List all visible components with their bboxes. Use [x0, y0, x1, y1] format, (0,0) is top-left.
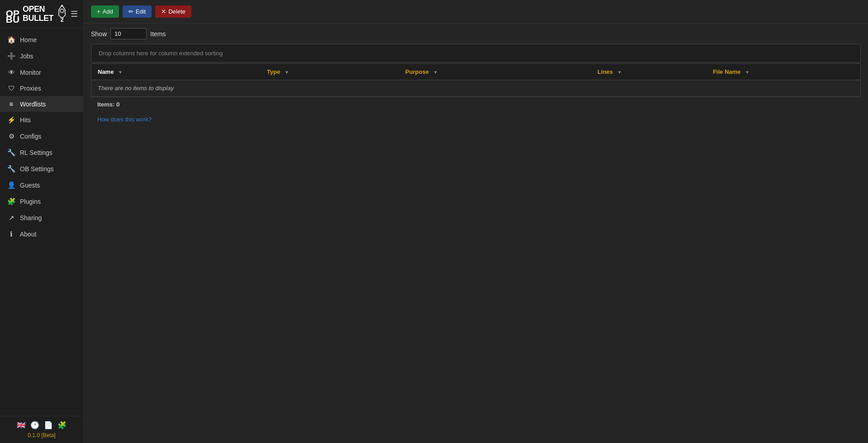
edit-label: Edit [136, 8, 146, 15]
svg-point-3 [60, 9, 64, 13]
svg-text:BULL: BULL [6, 14, 20, 23]
items-count-value: 0 [116, 101, 119, 108]
sidebar-label-ob-settings: OB Settings [20, 165, 54, 173]
wordlist-table-wrapper: Name ▼ Type ▼ Purpose ▼ Lines [91, 63, 861, 97]
items-count-label: Items: [97, 101, 114, 108]
show-row: Show Items [84, 24, 868, 44]
wordlist-table: Name ▼ Type ▼ Purpose ▼ Lines [91, 64, 860, 96]
sidebar-item-about[interactable]: ℹ About [0, 226, 83, 242]
hamburger-button[interactable]: ☰ [71, 9, 78, 19]
items-label: Items [150, 30, 166, 38]
col-name-filter-icon[interactable]: ▼ [118, 70, 123, 75]
show-items-input[interactable] [110, 28, 147, 39]
col-name-label: Name [98, 68, 114, 75]
sharing-icon: ↗ [7, 214, 15, 222]
puzzle-icon[interactable]: 🧩 [57, 421, 67, 429]
sidebar-item-rl-settings[interactable]: 🔧 RL Settings [0, 144, 83, 161]
drop-zone[interactable]: Drop columns here for column extended so… [91, 44, 861, 63]
col-type-filter-icon[interactable]: ▼ [285, 70, 289, 75]
nav-menu: 🏠 Home ➕ Jobs 👁 Monitor 🛡 Proxies ≡ Word… [0, 28, 83, 416]
col-header-name[interactable]: Name ▼ [91, 64, 261, 80]
toolbar: + Add ✏ Edit ✕ Delete [84, 0, 868, 24]
col-filename-filter-icon[interactable]: ▼ [745, 70, 749, 75]
col-header-type[interactable]: Type ▼ [261, 64, 399, 80]
col-header-purpose[interactable]: Purpose ▼ [399, 64, 591, 80]
footer-icons: 🇬🇧 🕐 📄 🧩 [17, 421, 67, 429]
delete-icon: ✕ [161, 8, 166, 15]
col-filename-label: File Name [713, 68, 740, 75]
edit-icon: ✏ [129, 8, 134, 15]
add-icon: + [97, 8, 100, 15]
show-label: Show [91, 30, 107, 38]
home-icon: 🏠 [7, 36, 15, 44]
table-header: Name ▼ Type ▼ Purpose ▼ Lines [91, 64, 860, 80]
plugins-icon: 🧩 [7, 197, 15, 206]
wordlists-icon: ≡ [7, 100, 15, 108]
sidebar: OPEN BULL OPEN BULLET 2 ☰ 🏠 Home ➕ [0, 0, 84, 443]
flag-icon[interactable]: 🇬🇧 [17, 421, 26, 429]
sidebar-header: OPEN BULL OPEN BULLET 2 ☰ [0, 0, 83, 28]
main-content: + Add ✏ Edit ✕ Delete Show Items Drop co… [84, 0, 868, 443]
sidebar-item-plugins[interactable]: 🧩 Plugins [0, 193, 83, 210]
file-icon[interactable]: 📄 [44, 421, 53, 429]
sidebar-label-plugins: Plugins [20, 198, 41, 205]
hits-icon: ⚡ [7, 116, 15, 124]
sidebar-item-wordlists[interactable]: ≡ Wordlists [0, 96, 83, 112]
sidebar-label-guests: Guests [20, 182, 40, 189]
sidebar-label-jobs: Jobs [20, 53, 33, 60]
col-header-lines[interactable]: Lines ▼ [591, 64, 706, 80]
about-icon: ℹ [7, 230, 15, 238]
sidebar-item-guests[interactable]: 👤 Guests [0, 177, 83, 193]
version-superscript: 2 [60, 16, 63, 23]
edit-button[interactable]: ✏ Edit [123, 5, 152, 18]
configs-icon: ⚙ [7, 132, 15, 140]
sidebar-label-rl-settings: RL Settings [20, 149, 52, 156]
col-purpose-filter-icon[interactable]: ▼ [433, 70, 438, 75]
sidebar-label-hits: Hits [20, 116, 31, 124]
sidebar-item-home[interactable]: 🏠 Home [0, 32, 83, 48]
sidebar-footer: 🇬🇧 🕐 📄 🧩 0.1.0 [Beta] [0, 416, 83, 443]
sidebar-item-ob-settings[interactable]: 🔧 OB Settings [0, 161, 83, 177]
sidebar-item-proxies[interactable]: 🛡 Proxies [0, 80, 83, 96]
rl-settings-icon: 🔧 [7, 149, 15, 157]
logo-area: OPEN BULL OPEN BULLET 2 [5, 5, 67, 23]
sidebar-label-sharing: Sharing [20, 214, 42, 222]
sidebar-item-configs[interactable]: ⚙ Configs [0, 128, 83, 144]
items-count-row: Items: 0 [91, 97, 861, 111]
no-items-text: There are no items to display [91, 80, 860, 96]
sidebar-item-sharing[interactable]: ↗ Sharing [0, 210, 83, 226]
sidebar-item-hits[interactable]: ⚡ Hits [0, 112, 83, 128]
sidebar-label-about: About [20, 231, 37, 238]
sidebar-item-monitor[interactable]: 👁 Monitor [0, 64, 83, 80]
jobs-icon: ➕ [7, 52, 15, 60]
no-items-row: There are no items to display [91, 80, 860, 96]
col-lines-filter-icon[interactable]: ▼ [617, 70, 622, 75]
sidebar-label-proxies: Proxies [20, 85, 41, 92]
guests-icon: 👤 [7, 181, 15, 189]
col-lines-label: Lines [597, 68, 613, 75]
content-area: Drop columns here for column extended so… [84, 44, 868, 443]
version-text: 0.1.0 [Beta] [28, 432, 55, 438]
monitor-icon: 👁 [7, 68, 15, 76]
sidebar-label-configs: Configs [20, 133, 41, 140]
sidebar-label-monitor: Monitor [20, 69, 41, 76]
add-button[interactable]: + Add [91, 5, 119, 18]
sidebar-item-jobs[interactable]: ➕ Jobs [0, 48, 83, 64]
sidebar-label-home: Home [20, 36, 37, 43]
add-label: Add [103, 8, 113, 15]
col-type-label: Type [267, 68, 280, 75]
how-does-this-work-link[interactable]: How does this work? [91, 111, 158, 127]
logo-icon: OPEN BULL [5, 5, 20, 23]
table-body: There are no items to display [91, 80, 860, 96]
delete-button[interactable]: ✕ Delete [155, 5, 191, 18]
clock-icon[interactable]: 🕐 [30, 421, 39, 429]
col-purpose-label: Purpose [405, 68, 429, 75]
ob-settings-icon: 🔧 [7, 165, 15, 173]
sidebar-label-wordlists: Wordlists [20, 101, 46, 108]
delete-label: Delete [168, 8, 186, 15]
col-header-filename[interactable]: File Name ▼ [706, 64, 860, 80]
proxies-icon: 🛡 [7, 84, 15, 92]
